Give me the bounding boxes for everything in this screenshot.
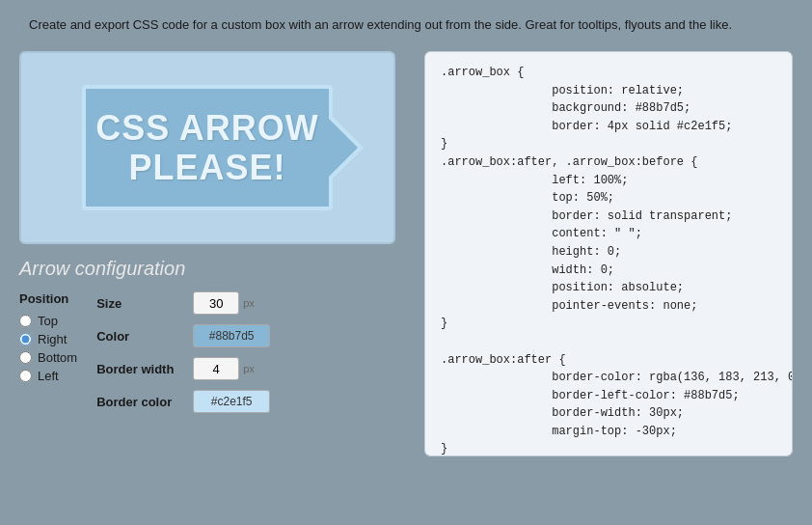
config-section: Arrow configuration Position Top Right	[19, 254, 405, 417]
position-left-radio[interactable]	[19, 370, 32, 382]
left-panel: CSS ARROW PLEASE! Arrow configuration Po…	[19, 51, 405, 456]
arrow-preview-container: CSS ARROW PLEASE!	[19, 51, 395, 244]
page-description: Create and export CSS code for a custom …	[0, 0, 812, 41]
border-width-row: Border width px	[96, 357, 270, 380]
position-right-item[interactable]: Right	[19, 332, 77, 346]
color-label: Color	[96, 329, 183, 344]
size-unit: px	[243, 297, 255, 309]
code-panel: .arrow_box { position: relative; backgro…	[424, 51, 793, 456]
position-top-item[interactable]: Top	[19, 314, 77, 328]
arrow-box-text: CSS ARROW PLEASE!	[95, 108, 319, 188]
border-color-input[interactable]	[193, 390, 270, 413]
border-width-input-wrap: px	[193, 357, 255, 380]
position-left-label[interactable]: Left	[38, 369, 59, 383]
config-title: Arrow configuration	[19, 258, 405, 280]
position-left-item[interactable]: Left	[19, 369, 77, 383]
position-top-label[interactable]: Top	[38, 314, 58, 328]
color-input[interactable]	[193, 324, 270, 347]
border-color-input-wrap	[193, 390, 270, 413]
arrow-box: CSS ARROW PLEASE!	[82, 85, 333, 210]
position-bottom-radio[interactable]	[19, 351, 32, 364]
controls-column: Size px Color	[96, 291, 270, 413]
position-bottom-item[interactable]: Bottom	[19, 350, 77, 365]
position-top-radio[interactable]	[19, 315, 32, 327]
size-row: Size px	[96, 291, 270, 315]
border-width-input[interactable]	[193, 357, 239, 380]
size-input[interactable]	[193, 291, 239, 315]
position-label: Position	[19, 291, 77, 306]
border-width-unit: px	[243, 363, 255, 374]
size-input-wrap: px	[193, 291, 255, 315]
border-width-label: Border width	[96, 362, 183, 376]
size-label: Size	[96, 296, 183, 311]
border-color-label: Border color	[96, 395, 183, 409]
border-color-row: Border color	[96, 390, 270, 413]
color-input-wrap	[193, 324, 270, 347]
config-grid: Position Top Right Bottom	[19, 291, 405, 413]
position-bottom-label[interactable]: Bottom	[38, 350, 77, 365]
position-right-label[interactable]: Right	[38, 332, 67, 346]
position-column: Position Top Right Bottom	[19, 291, 77, 413]
position-right-radio[interactable]	[19, 333, 32, 345]
color-row: Color	[96, 324, 270, 347]
